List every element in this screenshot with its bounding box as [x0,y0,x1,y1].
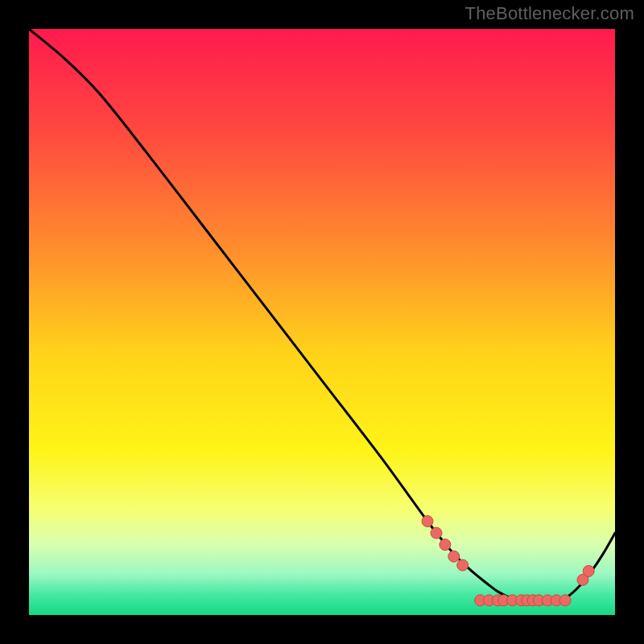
attribution-label: TheBottlenecker.com [465,3,634,24]
gradient-background [29,29,615,615]
data-marker [448,551,460,562]
bottleneck-plot [29,29,615,615]
data-marker [431,527,442,539]
data-marker [440,539,451,551]
chart-frame: TheBottlenecker.com [0,0,644,644]
data-marker [422,516,433,527]
data-marker [559,595,571,606]
data-marker [457,559,469,571]
data-marker [583,565,594,576]
plot-svg [29,29,615,615]
